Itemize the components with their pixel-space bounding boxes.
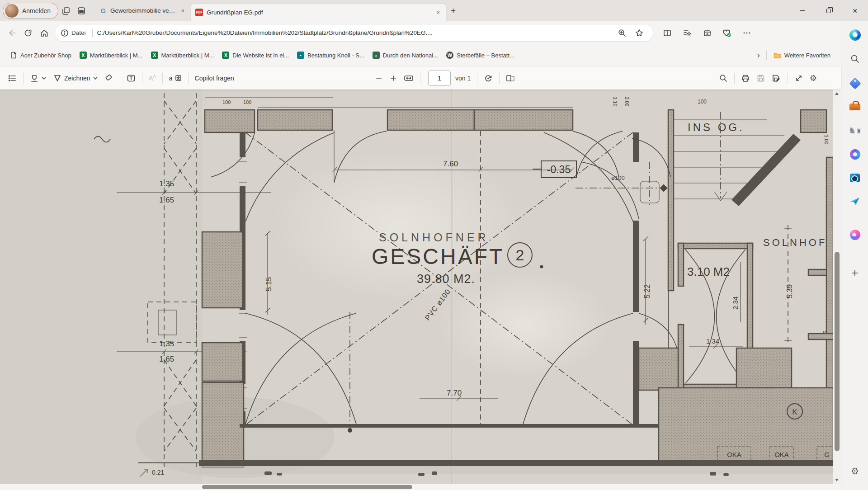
dim-offset: 0.21 — [152, 469, 164, 476]
print-button[interactable] — [738, 71, 753, 85]
other-favorites-button[interactable]: Weitere Favoriten — [769, 49, 835, 61]
close-button[interactable]: ✕ — [842, 0, 868, 21]
horizontal-scroll-thumb[interactable] — [202, 485, 412, 489]
ask-copilot-button[interactable]: Copilot fragen — [192, 72, 237, 85]
home-icon[interactable] — [36, 25, 52, 41]
dim-left-lower-b: 1.65 — [159, 355, 174, 363]
address-divider — [92, 29, 93, 37]
chess-icon: ♞♜ — [848, 125, 862, 135]
address-url[interactable]: C:/Users/Karl%20Gruber/Documents/Eigene%… — [97, 29, 614, 36]
shopping-sidebar-button[interactable] — [847, 75, 863, 91]
drop-sidebar-button[interactable] — [847, 193, 863, 209]
read-aloud-button[interactable]: Aᐱ — [146, 71, 159, 85]
dim-tiny-top-a: 100 — [222, 99, 231, 105]
bookmarks-overflow-icon[interactable]: › — [754, 51, 764, 60]
file-scheme-label: Datei — [71, 29, 86, 36]
pdf-toolbar: Zeichnen Aᐱ a Copilot fragen — [0, 66, 841, 90]
dim-left-upper-a: 1.35 — [159, 179, 174, 188]
m365-sidebar-button[interactable] — [847, 146, 863, 162]
translate-button[interactable]: a — [166, 72, 185, 85]
search-document-button[interactable] — [716, 71, 731, 85]
copilot-icon — [849, 29, 861, 41]
highlighter-button[interactable] — [27, 71, 50, 85]
favorite-star-icon[interactable] — [631, 25, 647, 41]
zoom-out-button[interactable] — [372, 71, 386, 85]
fit-width-button[interactable] — [401, 71, 417, 85]
tools-sidebar-button[interactable] — [847, 99, 863, 114]
profile-avatar[interactable] — [5, 4, 19, 18]
pdf-toolbar-right: ⚙ — [716, 71, 820, 85]
designer-sidebar-button[interactable] — [847, 227, 863, 242]
horizontal-scrollbar[interactable] — [0, 484, 841, 490]
bookmark-label: Sterbefälle – Bestatt... — [457, 52, 514, 59]
favorites-list-icon[interactable] — [679, 25, 695, 41]
vertical-scroll-thumb[interactable] — [835, 252, 840, 451]
page-controls: 1 von 1 — [372, 71, 518, 86]
outlook-sidebar-button[interactable] — [847, 170, 863, 185]
vertical-scrollbar[interactable] — [833, 90, 841, 484]
bookmark-sterbefaelle[interactable]: Sterbefälle – Bestatt... — [442, 49, 519, 61]
back-icon[interactable] — [4, 25, 20, 41]
zoom-page-icon[interactable] — [614, 25, 630, 41]
bookmark-label: Marktüberblick | M... — [161, 52, 214, 59]
toolbar-separator — [788, 73, 788, 84]
bookmark-marktueberblick-1[interactable]: Marktüberblick | M... — [75, 49, 147, 61]
signin-button[interactable]: Anmelden — [3, 3, 58, 19]
pdf-settings-button[interactable]: ⚙ — [807, 71, 820, 85]
bookmark-marktueberblick-2[interactable]: Marktüberblick | M... — [147, 49, 218, 61]
dim-left-upper-b: 1.65 — [159, 196, 174, 204]
toolbar-separator — [420, 73, 420, 84]
workspaces-icon[interactable] — [58, 3, 74, 19]
customize-sidebar-button[interactable] — [847, 265, 863, 281]
tab-grundrissplan[interactable]: PDF Grundrißplan EG.pdf × — [191, 4, 446, 21]
shopping-tag-icon — [849, 77, 861, 90]
eraser-button[interactable] — [101, 71, 117, 85]
bookmark-label: Bestattung Knoll - S... — [307, 52, 364, 59]
sidebar-search-button[interactable] — [847, 51, 863, 66]
bookmark-label: Durch den National... — [383, 52, 438, 59]
save-button[interactable] — [753, 71, 769, 85]
restore-button[interactable] — [816, 0, 842, 21]
scroll-up-icon[interactable] — [835, 92, 839, 95]
refresh-icon[interactable] — [20, 25, 36, 41]
stair-label: INS OG. — [688, 121, 745, 133]
tab-gewerbeimmobilie[interactable]: G Gewerbeimmobilie vermieten - ... × — [95, 3, 191, 19]
collections-icon[interactable] — [699, 25, 715, 41]
minimize-button[interactable] — [789, 0, 816, 21]
bookmark-nationalpark[interactable]: Durch den National... — [368, 49, 442, 61]
page-number-input[interactable]: 1 — [428, 71, 451, 86]
scroll-down-icon[interactable] — [835, 479, 839, 481]
sidebar-settings-button[interactable]: ⚙ — [847, 463, 863, 479]
new-tab-button[interactable]: + — [446, 5, 460, 17]
side-room-area: 3.10 M2 — [687, 265, 730, 278]
add-text-button[interactable] — [123, 71, 139, 85]
bookmark-acer[interactable]: Acer Zubehör Shop — [6, 49, 75, 61]
signin-label: Anmelden — [22, 7, 51, 14]
browser-essentials-icon[interactable] — [719, 25, 735, 41]
toc-button[interactable] — [5, 71, 20, 85]
bookmark-website[interactable]: Die Website ist in ei... — [218, 49, 293, 61]
tab1-title: Gewerbeimmobilie vermieten - ... — [110, 7, 175, 14]
vertical-tabs-icon[interactable] — [74, 3, 89, 19]
tab2-close-icon[interactable]: × — [434, 9, 442, 16]
games-sidebar-button[interactable]: ♞♜ — [847, 122, 863, 138]
dim-tiny-top-b: 100 — [243, 99, 251, 105]
draw-button[interactable]: Zeichnen — [50, 71, 101, 85]
fullscreen-button[interactable] — [791, 71, 807, 85]
address-bar[interactable]: Datei C:/Users/Karl%20Gruber/Documents/E… — [55, 25, 653, 41]
save-as-button[interactable] — [769, 71, 784, 85]
bookmark-bestattung-knoll[interactable]: Bestattung Knoll - S... — [293, 49, 368, 61]
dim-corridor-depth: 5.39 — [786, 284, 793, 298]
sidebar-divider — [849, 253, 861, 253]
split-screen-icon[interactable] — [659, 25, 675, 41]
folder-icon — [774, 52, 781, 59]
floorplan-drawing[interactable]: .w{fill:url(#stip);stroke:#55504a;stroke… — [0, 90, 833, 484]
tab1-close-icon[interactable]: × — [179, 7, 186, 14]
designer-swirl-icon — [850, 230, 860, 240]
copilot-sidebar-button[interactable] — [847, 27, 863, 42]
page-view-button[interactable] — [503, 71, 518, 85]
rotate-button[interactable] — [481, 71, 496, 85]
settings-dots-icon[interactable] — [739, 25, 755, 41]
room-label: GESCHÄFT — [372, 245, 504, 269]
zoom-in-button[interactable] — [386, 71, 401, 85]
